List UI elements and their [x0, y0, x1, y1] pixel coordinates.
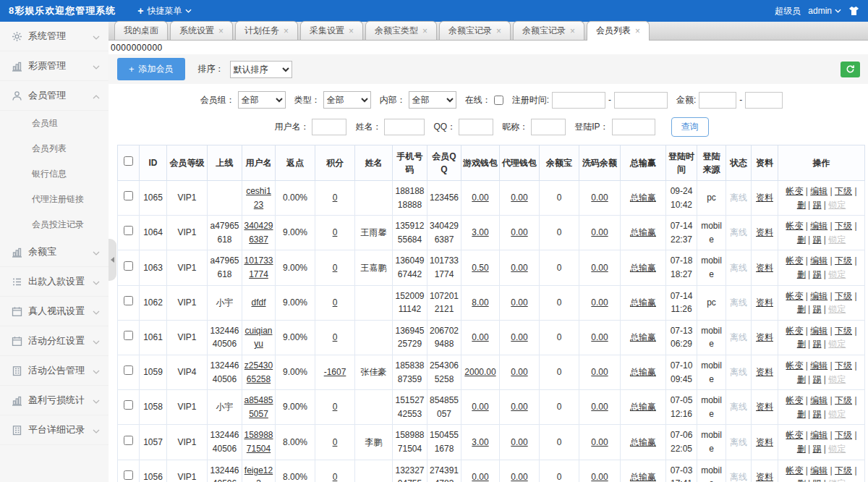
row-checkbox[interactable]: [124, 400, 133, 410]
agent-wallet-link[interactable]: 0.00: [511, 437, 527, 447]
op-踢-link[interactable]: 踢: [813, 269, 822, 279]
sidebar-item-真人视讯设置[interactable]: 真人视讯设置: [0, 297, 109, 326]
sidebar-item-余额宝[interactable]: 余额宝: [0, 237, 109, 267]
op-删-link[interactable]: 删: [797, 409, 806, 419]
points-link[interactable]: 0: [333, 297, 338, 308]
username-input[interactable]: [312, 119, 346, 135]
reg-time-to-input[interactable]: [614, 92, 668, 109]
game-wallet-link[interactable]: 3.00: [472, 437, 488, 447]
op-删-link[interactable]: 删: [797, 339, 806, 349]
wash-balance-link[interactable]: 0.00: [591, 227, 608, 237]
name-input[interactable]: [384, 119, 425, 135]
op-踢-link[interactable]: 踢: [813, 374, 822, 384]
op-删-link[interactable]: 删: [797, 269, 806, 279]
op-锁定-link[interactable]: 锁定: [828, 269, 846, 279]
op-下级-link[interactable]: 下级: [835, 430, 852, 440]
op-下级-link[interactable]: 下级: [835, 465, 852, 475]
sidebar-item-会员管理[interactable]: 会员管理: [0, 81, 109, 111]
winlose-link[interactable]: 总输赢: [630, 193, 656, 203]
sort-select[interactable]: 默认排序: [230, 61, 292, 78]
points-link[interactable]: 0: [333, 472, 338, 482]
tab-会员列表[interactable]: 会员列表×: [587, 21, 650, 41]
sidebar-item-活动公告管理[interactable]: 活动公告管理: [0, 356, 109, 386]
op-帐变-link[interactable]: 帐变: [786, 395, 803, 405]
reg-time-from-input[interactable]: [552, 92, 605, 109]
game-wallet-link[interactable]: 2000.00: [464, 367, 495, 377]
op-下级-link[interactable]: 下级: [835, 255, 852, 266]
user-menu[interactable]: admin: [808, 6, 841, 16]
op-踢-link[interactable]: 踢: [813, 304, 822, 314]
ip-input[interactable]: [612, 119, 655, 135]
amount-from-input[interactable]: [699, 92, 736, 109]
wash-balance-link[interactable]: 0.00: [591, 402, 608, 412]
username-link[interactable]: ceshi123: [246, 186, 271, 210]
op-锁定-link[interactable]: 锁定: [828, 409, 846, 419]
nick-input[interactable]: [531, 119, 566, 135]
game-wallet-link[interactable]: 0.50: [472, 263, 488, 273]
username-link[interactable]: feige123: [244, 465, 273, 482]
agent-wallet-link[interactable]: 0.00: [511, 193, 527, 203]
op-编辑-link[interactable]: 编辑: [810, 326, 827, 336]
winlose-link[interactable]: 总输赢: [630, 367, 656, 377]
op-帐变-link[interactable]: 帐变: [786, 465, 803, 475]
sidebar-item-活动分红设置[interactable]: 活动分红设置: [0, 326, 109, 356]
game-wallet-link[interactable]: 0.00: [472, 193, 488, 203]
tab-余额宝记录[interactable]: 余额宝记录×: [513, 21, 584, 40]
tab-采集设置[interactable]: 采集设置×: [300, 21, 363, 40]
winlose-link[interactable]: 总输赢: [630, 227, 656, 237]
refresh-button[interactable]: [841, 62, 860, 77]
tab-close-icon[interactable]: ×: [218, 27, 224, 35]
op-锁定-link[interactable]: 锁定: [828, 444, 846, 454]
op-踢-link[interactable]: 踢: [813, 200, 822, 210]
op-帐变-link[interactable]: 帐变: [786, 326, 803, 336]
points-link[interactable]: 0: [333, 193, 338, 203]
op-锁定-link[interactable]: 锁定: [828, 478, 846, 482]
op-踢-link[interactable]: 踢: [813, 444, 822, 454]
profile-link[interactable]: 资料: [756, 437, 773, 447]
op-踢-link[interactable]: 踢: [813, 234, 822, 245]
game-wallet-link[interactable]: 0.00: [472, 472, 488, 482]
tab-close-icon[interactable]: ×: [284, 27, 289, 35]
profile-link[interactable]: 资料: [756, 297, 773, 308]
agent-wallet-link[interactable]: 0.00: [511, 227, 527, 237]
sidebar-item-出款入款设置[interactable]: 出款入款设置: [0, 267, 109, 297]
search-button[interactable]: 查询: [671, 117, 709, 137]
username-link[interactable]: cuiqianyu: [244, 326, 272, 350]
sidebar-subitem-会员组[interactable]: 会员组: [0, 111, 109, 136]
qq-input[interactable]: [459, 119, 493, 135]
theme-shirt-icon[interactable]: [848, 6, 859, 16]
online-checkbox[interactable]: [494, 96, 503, 105]
points-link[interactable]: 0: [333, 332, 338, 342]
sidebar-item-系统管理[interactable]: 系统管理: [0, 22, 109, 51]
wash-balance-link[interactable]: 0.00: [591, 297, 608, 308]
sidebar-collapse-handle[interactable]: [109, 239, 116, 281]
wash-balance-link[interactable]: 0.00: [591, 193, 608, 203]
op-下级-link[interactable]: 下级: [835, 326, 852, 336]
winlose-link[interactable]: 总输赢: [630, 402, 656, 412]
op-帐变-link[interactable]: 帐变: [786, 430, 803, 440]
op-删-link[interactable]: 删: [797, 234, 806, 245]
quick-menu-button[interactable]: + 快捷菜单: [137, 5, 192, 17]
row-checkbox[interactable]: [124, 331, 133, 340]
profile-link[interactable]: 资料: [756, 263, 773, 273]
sidebar-subitem-代理注册链接[interactable]: 代理注册链接: [0, 187, 109, 212]
op-删-link[interactable]: 删: [797, 200, 806, 210]
internal-select[interactable]: 全部: [409, 91, 456, 109]
wash-balance-link[interactable]: 0.00: [591, 367, 608, 377]
winlose-link[interactable]: 总输赢: [630, 472, 656, 482]
username-link[interactable]: 3404296387: [244, 221, 273, 245]
op-下级-link[interactable]: 下级: [835, 186, 852, 196]
select-all-checkbox[interactable]: [124, 156, 133, 166]
winlose-link[interactable]: 总输赢: [630, 437, 656, 447]
tab-close-icon[interactable]: ×: [570, 27, 575, 35]
profile-link[interactable]: 资料: [756, 332, 773, 342]
tab-余额宝记录[interactable]: 余额宝记录×: [439, 21, 511, 40]
op-锁定-link[interactable]: 锁定: [828, 234, 846, 245]
sidebar-item-平台详细记录[interactable]: 平台详细记录: [0, 415, 109, 445]
sidebar-subitem-会员投注记录[interactable]: 会员投注记录: [0, 212, 109, 237]
winlose-link[interactable]: 总输赢: [630, 332, 656, 342]
profile-link[interactable]: 资料: [756, 367, 773, 377]
row-checkbox[interactable]: [124, 436, 133, 445]
tab-计划任务[interactable]: 计划任务×: [235, 21, 298, 40]
winlose-link[interactable]: 总输赢: [630, 263, 656, 273]
